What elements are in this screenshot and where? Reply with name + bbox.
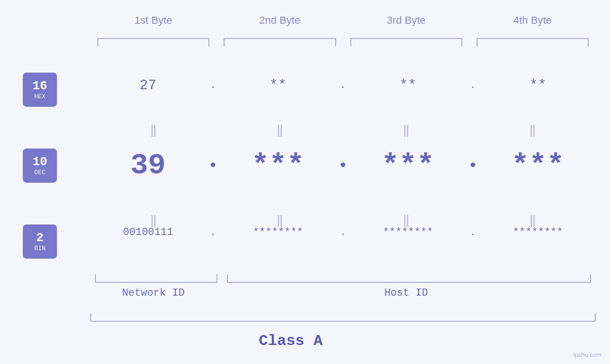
eq1: ‖ [90, 123, 216, 137]
dec-byte1: 39 [90, 149, 206, 182]
watermark: ipshu.com [573, 351, 601, 358]
top-bracket-1 [97, 38, 209, 47]
eq7: ‖ [343, 214, 469, 227]
byte-headers: 1st Byte 2nd Byte 3rd Byte 4th Byte [90, 14, 596, 27]
byte3-header: 3rd Byte [343, 14, 469, 27]
dec-badge-label: DEC [34, 169, 45, 176]
hex-badge: 16 HEX [23, 73, 57, 107]
dec-byte3: *** [350, 149, 466, 182]
top-brackets [90, 38, 596, 47]
bin-row: 00100111 . ******** . ******** . *******… [90, 226, 596, 238]
bin-byte1: 00100111 [90, 226, 206, 238]
bin-dot1: . [206, 228, 220, 237]
top-bracket-3 [350, 38, 462, 47]
bin-badge-label: BIN [34, 245, 45, 252]
dec-byte2: *** [220, 149, 336, 182]
byte4-header: 4th Byte [469, 14, 596, 27]
byte1-header: 1st Byte [90, 14, 216, 27]
equals-dec-bin: ‖ ‖ ‖ ‖ [90, 214, 596, 227]
bin-dot2: . [336, 228, 350, 237]
eq3: ‖ [343, 123, 469, 137]
eq5: ‖ [90, 214, 216, 227]
section-labels: Network ID Host ID [90, 287, 596, 299]
class-label: Class A [0, 332, 582, 350]
dec-badge: 10 DEC [23, 149, 57, 183]
dec-badge-number: 10 [32, 156, 47, 168]
bin-badge: 2 BIN [23, 224, 57, 259]
eq2: ‖ [216, 123, 343, 137]
network-id-label: Network ID [90, 287, 216, 299]
hex-badge-label: HEX [34, 93, 45, 100]
class-bracket [90, 313, 596, 322]
eq6: ‖ [216, 214, 343, 227]
network-bracket [95, 274, 217, 283]
dec-dot2: • [336, 157, 350, 175]
bin-badge-number: 2 [36, 232, 44, 244]
host-id-label: Host ID [216, 287, 596, 299]
bin-byte2: ******** [220, 226, 336, 238]
main-container: 1st Byte 2nd Byte 3rd Byte 4th Byte 16 H… [0, 0, 610, 364]
hex-byte3: ** [350, 77, 466, 93]
bin-byte4: ******** [480, 226, 596, 238]
dec-byte4: *** [480, 149, 596, 182]
dec-row: 39 • *** • *** • *** [90, 149, 596, 182]
hex-dot2: . [336, 81, 350, 90]
byte2-header: 2nd Byte [216, 14, 343, 27]
bin-dot3: . [466, 228, 480, 237]
eq8: ‖ [469, 214, 596, 227]
bin-byte3: ******** [350, 226, 466, 238]
top-bracket-2 [224, 38, 336, 47]
equals-hex-dec: ‖ ‖ ‖ ‖ [90, 123, 596, 137]
top-bracket-4 [477, 38, 589, 47]
host-bracket [227, 274, 591, 283]
hex-dot1: . [206, 81, 220, 90]
dec-dot3: • [466, 157, 480, 175]
hex-byte1: 27 [90, 77, 206, 93]
hex-dot3: . [466, 81, 480, 90]
hex-badge-number: 16 [32, 80, 47, 92]
eq4: ‖ [469, 123, 596, 137]
bottom-brackets [90, 274, 596, 283]
hex-row: 27 . ** . ** . ** [90, 77, 596, 93]
dec-dot1: • [206, 157, 220, 175]
hex-byte2: ** [220, 77, 336, 93]
hex-byte4: ** [480, 77, 596, 93]
